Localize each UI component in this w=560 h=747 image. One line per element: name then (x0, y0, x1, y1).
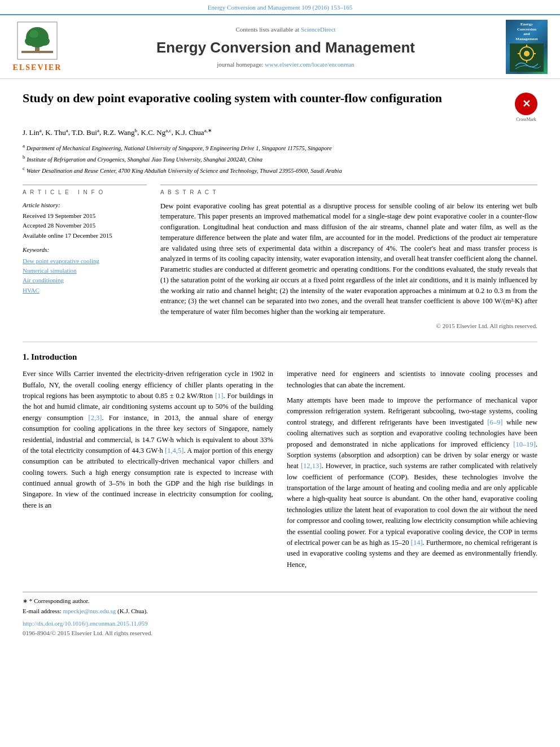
elsevier-wordmark: ELSEVIER (13, 62, 62, 73)
author-4: R.Z. Wangb (103, 128, 137, 137)
keyword-1[interactable]: Dew point evaporative cooling (23, 257, 147, 265)
journal-reference-bar: Energy Conversion and Management 109 (20… (0, 0, 560, 14)
ref-10-19[interactable]: [10–19] (513, 440, 536, 448)
abstract-col: A B S T R A C T Dew point evaporative co… (160, 185, 537, 331)
article-history: Article history: Received 19 September 2… (23, 201, 147, 241)
author-6: K.J. Chuaa,∗ (175, 128, 212, 137)
intro-section: 1. Introduction Ever since Wills Carrier… (23, 342, 537, 575)
sciencedirect-link[interactable]: ScienceDirect (301, 26, 336, 33)
svg-point-5 (38, 37, 50, 46)
crossmark-badge[interactable]: ✕ CrossMark (515, 93, 537, 115)
crossmark-label: CrossMark (515, 116, 537, 123)
affil-3: c Water Desalination and Reuse Center, 4… (23, 165, 537, 175)
footnote-star: ∗ (23, 597, 29, 604)
article-info-header: A R T I C L E I N F O (23, 185, 147, 196)
elsevier-logo-area: ELSEVIER (9, 21, 65, 73)
contents-available-text: Contents lists available at ScienceDirec… (72, 25, 499, 34)
journal-homepage: journal homepage: www.elsevier.com/locat… (72, 60, 499, 69)
ref-2-3[interactable]: [2,3] (89, 414, 102, 422)
elsevier-branding: ELSEVIER (9, 21, 65, 73)
elsevier-tree-icon (17, 21, 58, 60)
crossmark-icon: ✕ (515, 93, 537, 115)
author-5: K.C. Nga,c (141, 128, 172, 137)
received-date: Received 19 September 2015 (23, 212, 147, 220)
copyright-line: © 2015 Elsevier Ltd. All rights reserved… (160, 322, 537, 330)
author-1: J. Lina (23, 128, 42, 137)
ref-12-13[interactable]: [12,13] (301, 462, 321, 470)
keywords-block: Keywords: Dew point evaporative cooling … (23, 246, 147, 295)
intro-body: Ever since Wills Carrier invented the el… (23, 369, 537, 575)
author-2: K. Thua (45, 128, 68, 137)
footnote-area: ∗ * Corresponding author. E-mail address… (23, 592, 537, 638)
article-meta-section: A R T I C L E I N F O Article history: R… (23, 185, 537, 331)
author-email-link[interactable]: mpeckje@nus.edu.sg (63, 608, 116, 614)
keywords-label: Keywords: (23, 246, 147, 254)
footnote-email-line: E-mail address: mpeckje@nus.edu.sg (K.J.… (23, 607, 537, 615)
article-info-col: A R T I C L E I N F O Article history: R… (23, 185, 147, 331)
affiliations: a Department of Mechanical Engineering, … (23, 142, 537, 176)
svg-point-13 (524, 51, 530, 56)
svg-point-4 (25, 37, 36, 46)
journal-reference-text: Energy Conversion and Management 109 (20… (208, 4, 352, 11)
article-history-label: Article history: (23, 201, 147, 209)
cover-visual-icon (510, 43, 544, 72)
keyword-4[interactable]: HVAC (23, 286, 147, 295)
journal-header: ELSEVIER Contents lists available at Sci… (0, 14, 560, 79)
accepted-date: Accepted 28 November 2015 (23, 221, 147, 230)
issn-line: 0196-8904/© 2015 Elsevier Ltd. All right… (23, 629, 537, 637)
journal-cover-image: EnergyConversionandManagement (506, 20, 548, 74)
intro-col-left: Ever since Wills Carrier invented the el… (23, 369, 273, 575)
affil-1: a Department of Mechanical Engineering, … (23, 142, 537, 152)
author-3: T.D. Buia (72, 128, 99, 137)
journal-title: Energy Conversion and Management (72, 37, 499, 58)
keyword-2[interactable]: Numerical simulation (23, 267, 147, 275)
intro-col-right: imperative need for engineers and scient… (287, 369, 537, 575)
ref-1-4-5[interactable]: [1,4,5] (165, 447, 183, 455)
svg-point-6 (29, 30, 38, 38)
footnote-corresponding: ∗ * Corresponding author. (23, 597, 537, 605)
intro-title: 1. Introduction (23, 351, 537, 363)
available-date: Available online 17 December 2015 (23, 231, 147, 240)
keyword-3[interactable]: Air conditioning (23, 276, 147, 285)
affil-2: b Institute of Refrigeration and Cryogen… (23, 154, 537, 164)
article-title-section: Study on dew point evaporative cooling s… (23, 90, 537, 120)
ref-1[interactable]: [1] (215, 392, 224, 400)
ref-14[interactable]: [14] (411, 539, 423, 547)
abstract-header: A B S T R A C T (160, 185, 537, 196)
article-content: Study on dew point evaporative cooling s… (0, 79, 560, 649)
article-title: Study on dew point evaporative cooling s… (23, 90, 506, 107)
journal-homepage-link[interactable]: www.elsevier.com/locate/enconman (265, 61, 355, 68)
ref-6-9[interactable]: [6–9] (487, 418, 502, 426)
abstract-text: Dew point evaporative cooling has great … (160, 201, 537, 317)
doi-link[interactable]: http://dx.doi.org/10.1016/j.enconman.201… (23, 619, 537, 628)
journal-cover-area: EnergyConversionandManagement (506, 20, 551, 74)
journal-title-area: Contents lists available at ScienceDirec… (72, 25, 499, 69)
authors-line: J. Lina, K. Thua, T.D. Buia, R.Z. Wangb,… (23, 126, 537, 138)
